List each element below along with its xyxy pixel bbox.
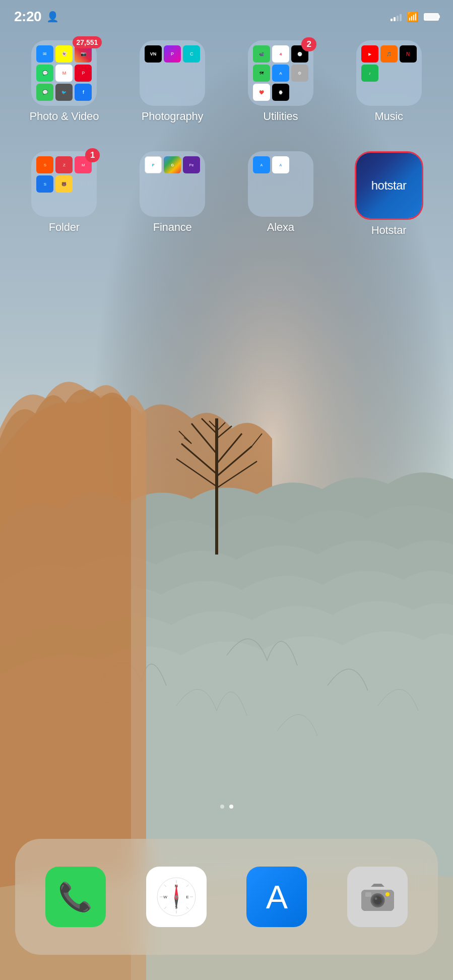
dock-app-safari[interactable]: N S E W (146, 867, 207, 927)
mini-empty25 (272, 175, 289, 193)
alexa-folder-icon: A A (248, 151, 313, 217)
mini-smallcase-icon: S (36, 175, 53, 193)
battery-icon (424, 13, 439, 21)
app-photo-video[interactable]: ✉ 👻 📷 💬 M P 💬 🐦 f 27,551 Photo & Video (10, 35, 118, 130)
dock-app-camera[interactable] (347, 867, 408, 927)
svg-text:W: W (163, 895, 167, 899)
hotstar-label: Hotstar (371, 224, 407, 237)
svg-point-37 (373, 896, 381, 904)
mini-empty4 (145, 84, 162, 101)
app-utilities[interactable]: 📹 4 🕐 🗺 A ⚙ ❤️ ⌚ 2 Utilities (227, 35, 335, 130)
safari-icon: N S E W (146, 867, 207, 927)
mini-empty6 (183, 84, 200, 101)
utilities-label: Utilities (263, 110, 298, 123)
folder-label: Folder (49, 221, 80, 234)
mini-cal4-icon: 4 (272, 45, 289, 63)
svg-point-32 (175, 895, 178, 898)
mini-messages-icon: 💬 (36, 84, 53, 101)
app-folder[interactable]: S Z M S 🐻 1 Folder (10, 146, 118, 244)
mini-empty18 (164, 175, 181, 193)
photo-video-badge: 27,551 (73, 36, 102, 48)
mini-snap-icon: 👻 (55, 45, 73, 63)
photo-video-folder-icon: ✉ 👻 📷 💬 M P 💬 🐦 f (31, 40, 97, 106)
photo-video-label: Photo & Video (30, 110, 99, 123)
mini-maps-icon: 🗺 (253, 65, 270, 82)
mini-unknown-icon: 🐦 (55, 84, 73, 101)
camera-icon (347, 867, 408, 927)
mini-phonepe-icon: Pe (183, 156, 200, 173)
hotstar-highlight-border: hotstar (355, 151, 423, 220)
alexa-label: Alexa (267, 221, 294, 234)
utilities-badge: 2 (301, 37, 316, 51)
folder-badge: 1 (85, 148, 100, 162)
mini-paytm-icon: P (145, 156, 162, 173)
music-label: Music (374, 110, 403, 123)
signal-bar-4 (400, 14, 402, 21)
page-dot-1[interactable] (220, 805, 224, 809)
mini-canva-icon: C (183, 45, 200, 63)
mini-empty9 (400, 65, 417, 82)
svg-text:E: E (186, 895, 188, 899)
mini-alexa2-icon: A (272, 156, 289, 173)
mini-empty29 (291, 195, 308, 212)
mini-alexa1-icon: A (253, 156, 270, 173)
status-time: 2:20 (14, 9, 41, 25)
person-icon: 👤 (46, 11, 59, 23)
mini-empty10 (361, 84, 378, 101)
page-dot-2[interactable] (229, 805, 233, 809)
mini-podcast-icon: 🎵 (380, 45, 398, 63)
mini-zomato-icon: Z (55, 156, 73, 173)
mini-empty3 (183, 65, 200, 82)
music-folder-icon: ▶ 🎵 N ♪ (356, 40, 422, 106)
svg-point-38 (374, 897, 377, 900)
app-finance[interactable]: P G Pe Finance (118, 146, 227, 244)
signal-bar-1 (391, 19, 393, 21)
utilities-folder-icon: 📹 4 🕐 🗺 A ⚙ ❤️ ⌚ (248, 40, 313, 106)
status-bar: 2:20 👤 📶 (0, 0, 453, 27)
mini-empty14 (36, 195, 53, 212)
dock: 📞 N S (15, 839, 438, 955)
finance-label: Finance (153, 221, 192, 234)
mini-youtube-icon: ▶ (361, 45, 378, 63)
mini-empty16 (75, 195, 92, 212)
mini-picsart-icon: P (164, 45, 181, 63)
photography-folder-icon: VN P C (140, 40, 205, 106)
mini-empty17 (145, 175, 162, 193)
app-music[interactable]: ▶ 🎵 N ♪ Music (335, 35, 443, 130)
phone-glyph: 📞 (58, 881, 93, 913)
mini-empty13 (75, 175, 92, 193)
mini-facebook-icon: f (75, 84, 92, 101)
mini-empty20 (145, 195, 162, 212)
dock-app-phone[interactable]: 📞 (45, 867, 106, 927)
mini-empty24 (253, 175, 270, 193)
mini-empty12 (400, 84, 417, 101)
status-icons: 📶 (391, 11, 439, 23)
app-hotstar[interactable]: hotstar Hotstar (335, 146, 443, 244)
mini-empty27 (253, 195, 270, 212)
svg-rect-40 (365, 892, 371, 897)
app-photography[interactable]: VN P C Photography (118, 35, 227, 130)
mini-empty11 (380, 84, 398, 101)
mini-swiggy-icon: S (36, 156, 53, 173)
wifi-icon: 📶 (407, 11, 419, 23)
signal-bar-3 (397, 16, 399, 21)
mini-settings-icon: ⚙ (291, 65, 308, 82)
app-grid-row2: S Z M S 🐻 1 Folder P G Pe (0, 146, 453, 244)
mini-mail-icon: ✉ (36, 45, 53, 63)
mini-vn-icon: VN (145, 45, 162, 63)
mini-empty2 (164, 65, 181, 82)
hotstar-icon: hotstar (356, 153, 422, 218)
signal-bars-icon (391, 12, 402, 21)
mini-netflix-icon: N (400, 45, 417, 63)
dock-app-appstore[interactable]: A (246, 867, 307, 927)
appstore-icon: A (246, 867, 307, 927)
app-alexa[interactable]: A A Alexa (227, 146, 335, 244)
safari-compass-icon: N S E W (156, 877, 197, 917)
mini-empty19 (183, 175, 200, 193)
mini-gpay-icon: G (164, 156, 181, 173)
mini-empty21 (164, 195, 181, 212)
mini-health-icon: ❤️ (253, 84, 270, 101)
mini-appstore-icon: A (272, 65, 289, 82)
mini-empty15 (55, 195, 73, 212)
mini-empty28 (272, 195, 289, 212)
